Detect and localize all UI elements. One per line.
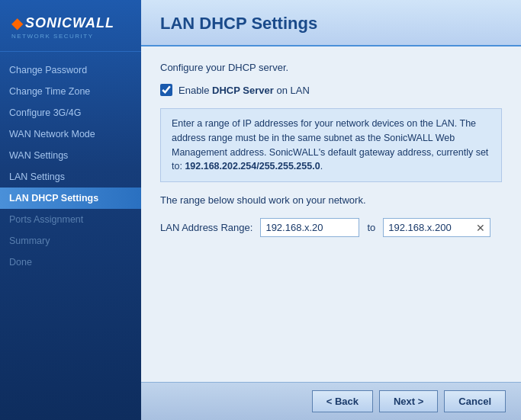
- sidebar-item-wan-network-mode[interactable]: WAN Network Mode: [0, 123, 141, 145]
- checkbox-label-bold: DHCP Server: [212, 85, 274, 96]
- range-to-label: to: [367, 222, 375, 233]
- sidebar-item-lan-dhcp-settings[interactable]: LAN DHCP Settings: [0, 188, 141, 209]
- logo-brand: ◆ SONICWALL: [11, 14, 130, 32]
- range-hint: The range below should work on your netw…: [160, 194, 502, 206]
- range-from-input[interactable]: [260, 218, 359, 237]
- info-text-bold: 192.168.202.254/255.255.255.0: [185, 161, 320, 172]
- page-title: LAN DHCP Settings: [160, 14, 502, 34]
- cancel-button[interactable]: Cancel: [444, 390, 506, 412]
- sidebar-item-summary: Summary: [0, 230, 141, 252]
- logo-area: ◆ SONICWALL NETWORK SECURITY: [0, 0, 141, 52]
- info-text-post: .: [320, 161, 323, 172]
- nav-items: Change Password Change Time Zone Configu…: [0, 52, 141, 273]
- sidebar-item-wan-settings[interactable]: WAN Settings: [0, 145, 141, 166]
- back-button[interactable]: < Back: [312, 390, 373, 412]
- logo-tagline: NETWORK SECURITY: [11, 33, 130, 40]
- dhcp-enable-label: Enable DHCP Server on LAN: [178, 85, 310, 96]
- checkbox-label-pre: Enable: [178, 85, 212, 96]
- sidebar-item-done: Done: [0, 252, 141, 273]
- next-button[interactable]: Next >: [379, 390, 438, 412]
- range-to-clear-button[interactable]: ✕: [471, 220, 490, 236]
- checkbox-label-post: on LAN: [274, 85, 310, 96]
- logo-wrapper: ◆ SONICWALL NETWORK SECURITY: [11, 14, 130, 40]
- sidebar-item-ports-assignment: Ports Assignment: [0, 209, 141, 230]
- sidebar-item-lan-settings[interactable]: LAN Settings: [0, 166, 141, 188]
- dhcp-enable-checkbox[interactable]: [160, 84, 172, 96]
- content-area: LAN DHCP Settings Configure your DHCP se…: [141, 0, 521, 420]
- configure-text: Configure your DHCP server.: [160, 62, 502, 73]
- sidebar-item-change-password[interactable]: Change Password: [0, 59, 141, 81]
- info-box: Enter a range of IP addresses for your n…: [160, 108, 502, 182]
- content-body: Configure your DHCP server. Enable DHCP …: [141, 46, 521, 382]
- dhcp-enable-row: Enable DHCP Server on LAN: [160, 84, 502, 96]
- sidebar-item-change-time-zone[interactable]: Change Time Zone: [0, 81, 141, 102]
- main-layout: ◆ SONICWALL NETWORK SECURITY Change Pass…: [0, 0, 521, 420]
- logo-icon: ◆: [11, 14, 23, 32]
- range-to-input[interactable]: [384, 219, 471, 236]
- footer: < Back Next > Cancel: [141, 382, 521, 420]
- logo-name: SONICWALL: [25, 15, 114, 31]
- content-header: LAN DHCP Settings: [141, 0, 521, 46]
- range-to-wrapper: ✕: [383, 218, 490, 237]
- sidebar-item-configure-3g4g[interactable]: Configure 3G/4G: [0, 102, 141, 123]
- address-range-row: LAN Address Range: to ✕: [160, 218, 502, 237]
- sidebar: ◆ SONICWALL NETWORK SECURITY Change Pass…: [0, 0, 141, 420]
- address-range-label: LAN Address Range:: [160, 222, 252, 233]
